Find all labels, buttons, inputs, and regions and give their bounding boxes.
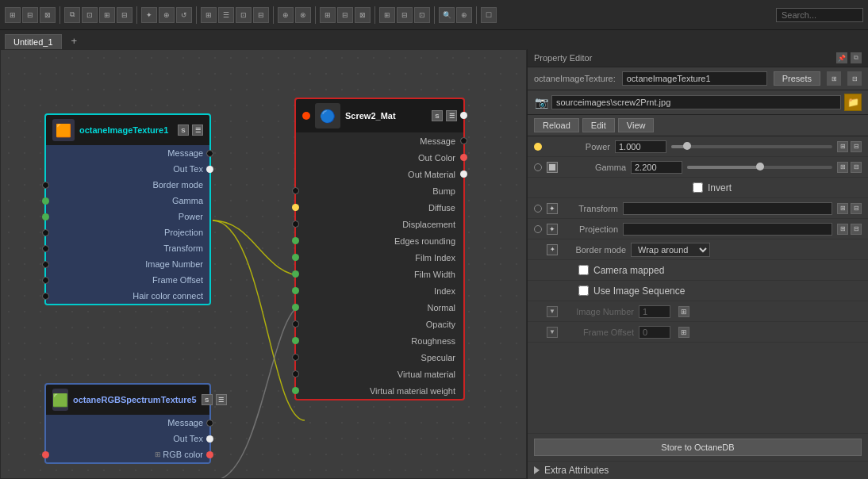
node-screw-dot-index[interactable]: [292, 287, 299, 294]
folder-browse-button[interactable]: 📁: [844, 94, 862, 111]
toolbar-icon-8[interactable]: ✦: [141, 7, 157, 23]
toolbar-icon-13[interactable]: ⊡: [236, 7, 252, 23]
prop-slider-gamma[interactable]: [687, 166, 832, 169]
prop-icon-transform-2[interactable]: ⊟: [851, 203, 862, 214]
node-screw-dot-virtualmaterial[interactable]: [292, 370, 299, 377]
node-screw-dot-filmwidth[interactable]: [292, 270, 299, 278]
node-octane-dot-frameoffset[interactable]: [42, 277, 49, 284]
node-rgb-ctrl-menu[interactable]: ☰: [216, 394, 227, 405]
panel-float-icon[interactable]: ⧉: [851, 52, 862, 63]
prop-icon-frameoffset[interactable]: ▼: [547, 327, 558, 338]
node-rgb-dot-rgbcolor-right[interactable]: [206, 451, 213, 458]
node-screw-dot-displacement[interactable]: [292, 220, 299, 228]
panel-edit-button[interactable]: Edit: [582, 118, 615, 132]
prop-slider-power[interactable]: [671, 145, 832, 148]
prop-select-bordermode[interactable]: Wrap around Black color White color Clam…: [631, 243, 710, 257]
panel-icon-2[interactable]: ⊟: [847, 71, 862, 86]
panel-presets-button[interactable]: Presets: [774, 71, 820, 86]
node-screw-ctrl-menu[interactable]: ☰: [446, 110, 457, 121]
toolbar-icon-6[interactable]: ⊞: [99, 7, 115, 23]
prop-btn-frameoffset[interactable]: ⊞: [678, 327, 689, 338]
node-screw-dot-roughness[interactable]: [292, 337, 299, 344]
node-screw-dot-virtualweight[interactable]: [292, 387, 299, 394]
tab-untitled[interactable]: Untitled_1: [5, 34, 62, 49]
toolbar-icon-21[interactable]: ⊟: [397, 7, 413, 23]
panel-pin-icon[interactable]: 📌: [836, 52, 847, 63]
panel-icon-1[interactable]: ⊞: [827, 71, 841, 86]
node-screw-dot-outmaterial[interactable]: [460, 171, 467, 178]
toolbar-icon-5[interactable]: ⊡: [82, 7, 98, 23]
prop-icon-transform-1[interactable]: ⊞: [837, 203, 848, 214]
node-screw-dot-normal[interactable]: [292, 304, 299, 311]
prop-checkbox-imagesequence[interactable]: [578, 285, 589, 296]
node-octane-dot-imagenumber[interactable]: [42, 261, 49, 268]
prop-checkbox-invert[interactable]: [693, 182, 703, 193]
toolbar-icon-1[interactable]: ⊞: [5, 7, 21, 23]
node-octane-ctrl-s[interactable]: S: [178, 125, 189, 136]
node-screw-dot-specular[interactable]: [292, 354, 299, 361]
prop-value-imagenumber[interactable]: [639, 305, 670, 318]
extra-attributes-section[interactable]: Extra Attributes: [528, 461, 868, 479]
node-rgb-dot-outtex[interactable]: [206, 435, 213, 443]
node-screw-dot-filmindex[interactable]: [292, 254, 299, 261]
node-octane-dot-transform[interactable]: [42, 245, 49, 252]
node-rgb-dot-rgbcolor[interactable]: [42, 451, 49, 458]
node-screw-dot-bump[interactable]: [292, 187, 299, 194]
store-to-octanedb-button[interactable]: Store to OctaneDB: [534, 439, 862, 456]
node-screw-dot-message[interactable]: [460, 137, 467, 144]
toolbar-icon-18[interactable]: ⊟: [337, 7, 353, 23]
panel-view-button[interactable]: View: [618, 118, 655, 132]
prop-icon-projection-1[interactable]: ⊞: [837, 224, 848, 235]
node-octane-dot-outtex-out[interactable]: [206, 166, 213, 173]
node-rgb-dot-message[interactable]: [206, 420, 213, 427]
toolbar-icon-7[interactable]: ⊟: [117, 7, 133, 23]
toolbar-icon-16[interactable]: ⊗: [295, 7, 311, 23]
toolbar-icon-10[interactable]: ↺: [176, 7, 192, 23]
node-screw-dot-outcolor[interactable]: [460, 154, 467, 161]
prop-value-transform[interactable]: [623, 202, 832, 215]
node-screw-dot-opacity[interactable]: [292, 320, 299, 328]
node-octane-dot-projection[interactable]: [42, 229, 49, 236]
node-octane-dot-message-out[interactable]: [206, 150, 213, 157]
toolbar-icon-19[interactable]: ⊠: [355, 7, 371, 23]
prop-btn-imagenumber[interactable]: ⊞: [678, 306, 689, 317]
node-octane-dot-gamma[interactable]: [42, 197, 49, 205]
toolbar-icon-15[interactable]: ⊕: [278, 7, 294, 23]
prop-icon-projection-2[interactable]: ⊟: [851, 224, 862, 235]
node-screw-dot-diffuse[interactable]: [292, 204, 299, 211]
toolbar-icon-23[interactable]: ⊕: [456, 7, 472, 23]
node-screw-dot-out-right[interactable]: [460, 112, 467, 119]
node-screw-dot-edgesrounding[interactable]: [292, 237, 299, 244]
node-octane-dot-bordermode[interactable]: [42, 182, 49, 189]
toolbar-icon-20[interactable]: ⊞: [379, 7, 395, 23]
tab-add-button[interactable]: +: [65, 33, 84, 49]
panel-file-path-input[interactable]: [551, 95, 841, 109]
prop-checkbox-gamma[interactable]: [547, 162, 558, 173]
panel-node-name-input[interactable]: [622, 71, 767, 86]
prop-icon-gamma-2[interactable]: ⊟: [851, 162, 862, 173]
toolbar-icon-24[interactable]: ☐: [481, 7, 497, 23]
prop-value-frameoffset[interactable]: [639, 326, 670, 339]
prop-checkbox-cameramapped[interactable]: [578, 265, 589, 275]
prop-value-gamma[interactable]: [631, 161, 682, 174]
toolbar-icon-3[interactable]: ⊠: [40, 7, 56, 23]
toolbar-icon-4[interactable]: ⧉: [64, 7, 80, 23]
toolbar-icon-2[interactable]: ⊟: [22, 7, 38, 23]
prop-icon-imagenumber[interactable]: ▼: [547, 306, 558, 317]
toolbar-icon-12[interactable]: ☰: [218, 7, 234, 23]
toolbar-icon-17[interactable]: ⊞: [320, 7, 336, 23]
prop-value-power[interactable]: [615, 140, 666, 153]
panel-reload-button[interactable]: Reload: [534, 118, 579, 132]
toolbar-icon-14[interactable]: ⊟: [253, 7, 269, 23]
prop-icon-power-1[interactable]: ⊞: [837, 141, 848, 152]
toolbar-icon-11[interactable]: ⊞: [201, 7, 217, 23]
node-screw-ctrl-s[interactable]: S: [432, 110, 443, 121]
prop-icon-gamma-1[interactable]: ⊞: [837, 162, 848, 173]
node-canvas[interactable]: 🟧 octaneImageTexture1 S ☰ Message Out Te…: [0, 49, 527, 479]
toolbar-icon-9[interactable]: ⊕: [159, 7, 175, 23]
toolbar-icon-22[interactable]: ⊡: [414, 7, 430, 23]
node-rgb-ctrl-s[interactable]: S: [202, 394, 213, 405]
prop-icon-power-2[interactable]: ⊟: [851, 141, 862, 152]
search-input[interactable]: [776, 8, 863, 22]
node-octane-dot-power[interactable]: [42, 213, 49, 220]
